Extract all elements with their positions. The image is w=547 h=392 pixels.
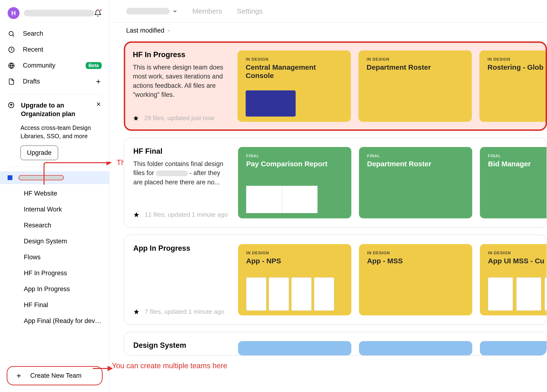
sidebar-item-label: Community [23, 62, 55, 69]
tile-title: App UI MSS - Cu [488, 257, 547, 265]
project-desc: This is where design team does most work… [133, 63, 230, 99]
file-tile[interactable]: FINAL Pay Comparison Report [238, 147, 351, 218]
user-name-placeholder [24, 10, 94, 16]
file-tile[interactable] [480, 341, 547, 355]
sidebar-project-item[interactable]: Research [0, 217, 109, 233]
create-team-button[interactable]: Create New Team [7, 366, 103, 385]
sidebar-project-item[interactable]: Design System [0, 233, 109, 249]
tile-tag: IN DESIGN [487, 57, 546, 62]
tile-tag: IN DESIGN [246, 57, 343, 62]
tab-members[interactable]: Members [192, 7, 222, 15]
star-icon[interactable] [133, 115, 139, 121]
new-draft-button[interactable] [95, 78, 102, 85]
notification-dot-icon [100, 9, 102, 11]
team-color-swatch-icon [8, 175, 12, 180]
file-icon [8, 78, 15, 85]
sidebar-item-search[interactable]: Search [0, 26, 109, 42]
upgrade-button[interactable]: Upgrade [21, 146, 58, 160]
project-title: Design System [133, 341, 231, 350]
file-tile[interactable] [238, 341, 351, 355]
sidebar-project-item[interactable]: App In Progress [0, 281, 109, 297]
svg-point-0 [9, 31, 13, 36]
upgrade-close-button[interactable] [96, 101, 102, 107]
tab-settings[interactable]: Settings [237, 7, 263, 15]
file-tile[interactable]: IN DESIGN App - MSS [359, 244, 472, 315]
sidebar-nav: Search Recent Community Beta Drafts [0, 26, 109, 94]
main-header: Members Settings [109, 0, 547, 22]
file-tile[interactable]: IN DESIGN Department Roster [358, 50, 472, 122]
tile-title: Central Management Console [246, 63, 343, 80]
sidebar-project-item[interactable]: Internal Work [0, 202, 109, 217]
sidebar-item-label: Search [23, 30, 43, 37]
file-tile[interactable]: FINAL Department Roster [359, 147, 472, 218]
project-card[interactable]: HF Final This folder contains final desi… [124, 137, 547, 228]
sidebar-item-community[interactable]: Community Beta [0, 58, 109, 74]
plus-icon [15, 372, 23, 379]
tile-title: Rostering - Glob [487, 63, 546, 72]
notifications-button[interactable] [94, 9, 102, 17]
tile-tag: IN DESIGN [488, 251, 547, 256]
close-icon [96, 101, 102, 107]
project-desc: This folder contains final design files … [133, 159, 231, 187]
file-tile[interactable]: IN DESIGN App - NPS [238, 244, 351, 315]
tile-tag: FINAL [488, 154, 547, 158]
sort-dropdown[interactable]: Last modified [109, 23, 547, 36]
sidebar-item-drafts[interactable]: Drafts [0, 74, 109, 89]
file-tile[interactable]: IN DESIGN App UI MSS - Cu [480, 244, 547, 315]
sort-label: Last modified [126, 27, 164, 34]
upgrade-block: Upgrade to an Organization plan Access c… [0, 95, 109, 167]
sidebar-project-item[interactable]: App Final (Ready for devel... [0, 313, 109, 329]
org-name-placeholder [126, 8, 170, 14]
tile-tag: IN DESIGN [367, 57, 464, 62]
annotation-arrow-icon [42, 162, 120, 190]
tile-tag: FINAL [246, 154, 343, 158]
sidebar-projects: HF Website Internal Work Research Design… [0, 184, 109, 329]
sidebar: H Search Recent Community Beta [0, 0, 109, 392]
clock-icon [8, 46, 15, 53]
project-title: HF Final [133, 147, 231, 155]
tile-thumbnail [246, 277, 334, 311]
tile-title: App - MSS [367, 257, 464, 265]
file-tile[interactable]: FINAL Bid Manager [480, 147, 547, 218]
globe-icon [8, 62, 15, 69]
chevron-down-icon [172, 9, 178, 14]
content: HF In Progress This is where design team… [109, 41, 547, 370]
project-card[interactable]: App In Progress 7 files, updated 1 minut… [124, 235, 547, 325]
file-tile[interactable] [359, 341, 472, 355]
project-footer: 11 files, updated 1 minute ago [133, 211, 231, 218]
tile-tag: FINAL [367, 154, 464, 158]
tile-title: Department Roster [367, 63, 464, 72]
search-icon [8, 30, 15, 37]
create-team-label: Create New Team [30, 372, 82, 379]
tile-thumbnail [246, 186, 318, 213]
divider [8, 360, 102, 360]
project-card-highlighted[interactable]: HF In Progress This is where design team… [124, 41, 547, 131]
main: Members Settings Last modified HF In Pro… [109, 0, 547, 392]
sidebar-item-recent[interactable]: Recent [0, 42, 109, 58]
sidebar-project-item[interactable]: Flows [0, 249, 109, 265]
beta-badge: Beta [86, 62, 102, 69]
arrow-up-circle-icon [8, 101, 15, 109]
project-card[interactable]: Design System [124, 331, 547, 356]
org-dropdown[interactable] [172, 9, 178, 14]
tile-title: App - NPS [246, 257, 343, 265]
redacted-placeholder [156, 170, 188, 176]
tile-title: Bid Manager [488, 160, 547, 168]
file-tile[interactable]: IN DESIGN Central Management Console [238, 50, 351, 122]
file-tile[interactable]: IN DESIGN Rostering - Glob [479, 50, 546, 122]
sidebar-header: H [0, 0, 109, 26]
sidebar-project-item[interactable]: HF In Progress [0, 265, 109, 281]
plus-icon [95, 78, 102, 85]
project-footer-text: 7 files, updated 1 minute ago [145, 308, 224, 315]
star-icon[interactable] [133, 212, 139, 218]
project-footer-text: 11 files, updated 1 minute ago [145, 211, 228, 218]
avatar[interactable]: H [8, 7, 20, 19]
project-title: HF In Progress [133, 50, 230, 59]
star-icon[interactable] [133, 309, 139, 315]
tile-tag: IN DESIGN [246, 251, 343, 256]
tile-thumbnail [246, 90, 296, 116]
sidebar-item-label: Drafts [23, 78, 40, 85]
tile-title: Pay Comparison Report [246, 160, 343, 168]
sidebar-project-item[interactable]: HF Final [0, 297, 109, 313]
project-title: App In Progress [133, 244, 231, 253]
